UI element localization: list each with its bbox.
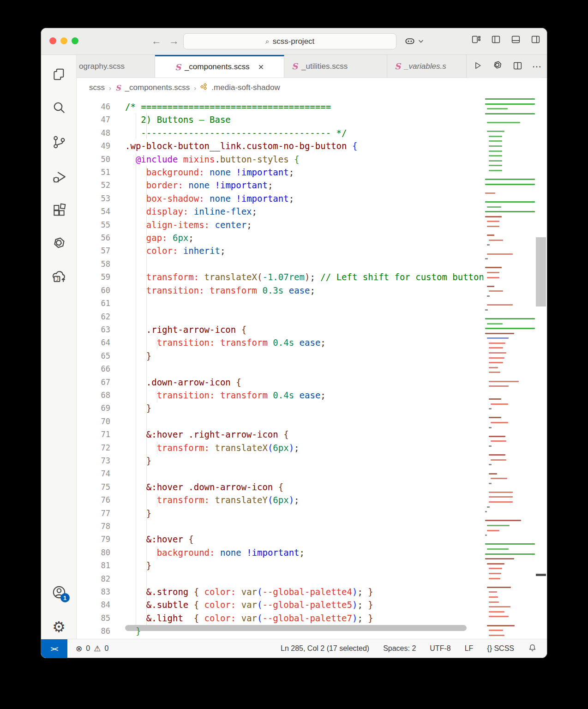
code-area[interactable]: /* ==================================== …	[125, 100, 483, 638]
code-line[interactable]: transform: translateX(-1.07rem); // Left…	[125, 270, 483, 283]
search-panel-icon[interactable]	[41, 96, 77, 119]
line-number[interactable]: 68	[77, 389, 110, 402]
encoding-setting[interactable]: UTF-8	[430, 644, 450, 653]
settings-gear-icon[interactable]: ⚙	[41, 616, 77, 638]
line-number[interactable]: 62	[77, 310, 110, 323]
close-window-button[interactable]	[49, 37, 56, 44]
remote-indicator[interactable]: ><	[41, 639, 67, 658]
copilot-icon[interactable]	[404, 35, 416, 47]
command-center-search[interactable]: ⌕ scss-project	[183, 33, 396, 49]
code-line[interactable]: box-shadow: none !important;	[125, 192, 483, 205]
tab-components-active[interactable]: S _components.scss ✕	[155, 55, 284, 78]
code-line[interactable]: }	[125, 559, 483, 572]
breadcrumb-symbol[interactable]: .media-soft-shadow	[211, 83, 280, 92]
code-line[interactable]	[125, 362, 483, 375]
explorer-icon[interactable]	[41, 63, 77, 85]
line-number[interactable]: 85	[77, 612, 110, 625]
line-number[interactable]: 81	[77, 559, 110, 572]
code-line[interactable]: ------------------------------------ */	[125, 126, 483, 139]
close-tab-icon[interactable]: ✕	[258, 63, 264, 72]
line-number[interactable]: 83	[77, 585, 110, 598]
more-actions-icon[interactable]: ⋯	[532, 61, 541, 72]
accounts-icon[interactable]: 1	[41, 581, 77, 603]
toggle-panel-icon[interactable]	[511, 35, 521, 44]
code-line[interactable]: .down-arrow-icon {	[125, 376, 483, 389]
line-number[interactable]: 57	[77, 244, 110, 257]
notifications-bell-icon[interactable]	[528, 643, 537, 654]
minimize-window-button[interactable]	[60, 37, 67, 44]
chatgpt-extension-icon[interactable]	[41, 233, 77, 255]
code-line[interactable]: transform: translateX(6px);	[125, 441, 483, 454]
line-number[interactable]: 69	[77, 402, 110, 415]
code-line[interactable]: /* ====================================	[125, 100, 483, 113]
line-number[interactable]: 76	[77, 493, 110, 506]
tab-variables-preview[interactable]: S _variables.s	[387, 55, 467, 78]
line-number[interactable]: 50	[77, 153, 110, 166]
code-line[interactable]: transition: transform 0.4s ease;	[125, 336, 483, 349]
breadcrumb-file[interactable]: _components.scss	[125, 83, 190, 92]
line-number[interactable]: 54	[77, 205, 110, 218]
line-number[interactable]: 52	[77, 179, 110, 192]
warnings-count[interactable]: 0	[104, 644, 108, 653]
maximize-window-button[interactable]	[72, 37, 78, 44]
language-mode[interactable]: {} SCSS	[487, 644, 514, 653]
code-line[interactable]: border: none !important;	[125, 179, 483, 192]
line-number[interactable]: 61	[77, 297, 110, 310]
code-line[interactable]: &:hover {	[125, 533, 483, 546]
eol-setting[interactable]: LF	[465, 644, 474, 653]
code-line[interactable]: @include mixins.button-styles {	[125, 153, 483, 166]
line-number[interactable]: 65	[77, 349, 110, 362]
toggle-secondary-sidebar-icon[interactable]	[531, 35, 540, 44]
forward-arrow-button[interactable]: →	[169, 35, 179, 48]
tab-typography[interactable]: ography.scss	[77, 55, 155, 78]
code-line[interactable]: &.subtle { color: var(--global-palette5)…	[125, 598, 483, 611]
code-line[interactable]: &.strong { color: var(--global-palette4)…	[125, 585, 483, 598]
code-line[interactable]: &:hover .right-arrow-icon {	[125, 428, 483, 441]
cloud-sync-extension-icon[interactable]: J	[41, 265, 77, 287]
code-line[interactable]: align-items: center;	[125, 218, 483, 231]
code-line[interactable]: display: inline-flex;	[125, 205, 483, 218]
code-line[interactable]: }	[125, 454, 483, 467]
line-number[interactable]: 67	[77, 376, 110, 389]
code-line[interactable]: transform: translateY(6px);	[125, 493, 483, 506]
indentation-setting[interactable]: Spaces: 2	[383, 644, 416, 653]
code-line[interactable]	[125, 258, 483, 270]
run-file-icon[interactable]	[473, 61, 482, 72]
line-number[interactable]: 56	[77, 231, 110, 244]
line-number[interactable]: 58	[77, 258, 110, 270]
code-line[interactable]	[125, 467, 483, 480]
code-line[interactable]	[125, 297, 483, 310]
customize-layout-icon[interactable]	[471, 35, 481, 44]
code-line[interactable]: transition: transform 0.3s ease;	[125, 284, 483, 297]
line-number[interactable]: 53	[77, 192, 110, 205]
errors-count[interactable]: 0	[86, 644, 90, 653]
vertical-scrollbar[interactable]	[536, 237, 546, 306]
chevron-down-icon[interactable]	[418, 37, 424, 45]
line-number[interactable]: 75	[77, 481, 110, 493]
line-number[interactable]: 48	[77, 126, 110, 139]
split-editor-icon[interactable]	[513, 61, 522, 72]
breadcrumb-folder[interactable]: scss	[89, 83, 105, 92]
toggle-primary-sidebar-icon[interactable]	[491, 35, 501, 44]
cursor-position[interactable]: Ln 285, Col 2 (17 selected)	[281, 644, 369, 653]
line-number[interactable]: 46	[77, 100, 110, 113]
line-number[interactable]: 73	[77, 454, 110, 467]
code-line[interactable]	[125, 415, 483, 428]
code-line[interactable]	[125, 572, 483, 585]
line-number[interactable]: 55	[77, 218, 110, 231]
editor-pane[interactable]: 4647484950515253545556575859606162636465…	[77, 97, 547, 639]
line-number[interactable]: 79	[77, 533, 110, 546]
code-line[interactable]: }	[125, 402, 483, 415]
code-line[interactable]: gap: 6px;	[125, 231, 483, 244]
code-line[interactable]: .wp-block-button__link.custom-no-bg-butt…	[125, 139, 483, 152]
line-number[interactable]: 80	[77, 546, 110, 559]
code-line[interactable]: }	[125, 349, 483, 362]
code-line[interactable]: &.light { color: var(--global-palette7);…	[125, 612, 483, 625]
line-number[interactable]: 84	[77, 598, 110, 611]
line-number[interactable]: 74	[77, 467, 110, 480]
code-line[interactable]: background: none !important;	[125, 546, 483, 559]
code-line[interactable]	[125, 310, 483, 323]
line-number[interactable]: 49	[77, 139, 110, 152]
line-number[interactable]: 70	[77, 415, 110, 428]
tab-utilities[interactable]: S _utilities.scss	[284, 55, 387, 78]
